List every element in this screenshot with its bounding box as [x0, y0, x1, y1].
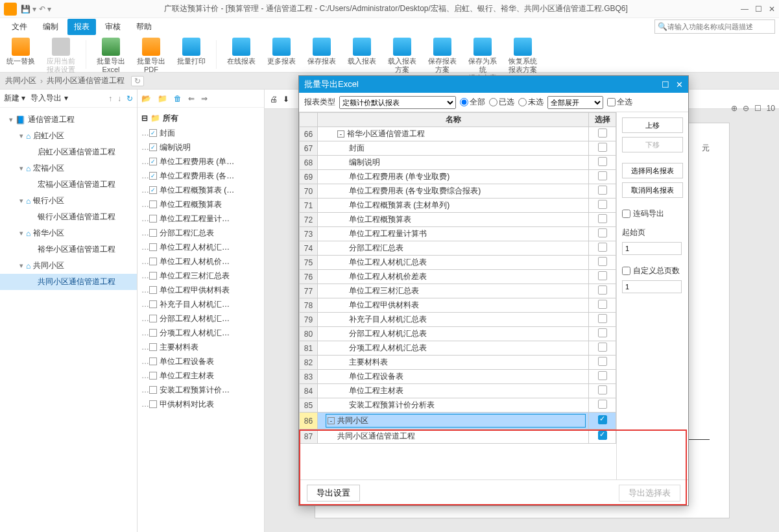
fit-icon[interactable]: ☐ — [754, 104, 761, 113]
toolbar-btn-7[interactable]: 保存报表 — [306, 38, 337, 66]
grid-row[interactable]: 66- 裕华小区通信管道工程 — [300, 127, 616, 141]
report-item[interactable]: …单位工程工程量计… — [138, 212, 264, 226]
tree-row[interactable]: 裕华小区通信管道工程 — [0, 241, 137, 258]
grid-row[interactable]: 72单位工程概预算表 — [300, 213, 616, 227]
report-item[interactable]: …单位工程甲供材料表 — [138, 283, 264, 297]
report-item[interactable]: …补充子目人材机汇… — [138, 297, 264, 311]
row-checkbox[interactable] — [598, 243, 607, 252]
menu-edit[interactable]: 编制 — [36, 19, 65, 35]
grid-row[interactable]: 78单位工程甲供材料表 — [300, 298, 616, 313]
more-left-icon[interactable]: ⇐ — [188, 94, 195, 103]
export-grid[interactable]: 名称 选择 66- 裕华小区通信管道工程67封面68编制说明69单位工程费用表 … — [299, 112, 617, 479]
move-down-button[interactable]: 下移 — [622, 137, 683, 152]
custom-total-checkbox[interactable]: 自定义总页数 — [622, 265, 683, 276]
row-checkbox[interactable] — [598, 385, 607, 394]
toolbar-btn-3[interactable]: 批量导出PDF — [136, 38, 167, 74]
print-icon[interactable]: 🖨 — [270, 95, 278, 104]
report-list-header[interactable]: ⊟📁所有 — [138, 110, 264, 126]
project-tree[interactable]: ▾📘通信管道工程▾⌂启虹小区启虹小区通信管道工程▾⌂宏福小区宏福小区通信管道工程… — [0, 108, 137, 532]
row-checkbox[interactable] — [598, 271, 607, 280]
toolbar-btn-6[interactable]: 更多报表 — [266, 38, 297, 66]
row-checkbox[interactable] — [598, 214, 607, 223]
menu-file[interactable]: 文件 — [5, 19, 34, 35]
chain-export-checkbox[interactable]: 连码导出 — [622, 208, 683, 219]
import-export-button[interactable]: 导入导出 ▾ — [30, 93, 67, 104]
quick-access-icons[interactable]: 💾 ▾ ↶ ▾ — [21, 5, 51, 14]
panel-down-icon[interactable]: ↓ — [117, 94, 121, 103]
row-checkbox[interactable] — [598, 171, 607, 180]
report-item[interactable]: …分项工程人材机汇… — [138, 326, 264, 340]
grid-row[interactable]: 71单位工程概预算表 (主材单列) — [300, 199, 616, 213]
grid-row[interactable]: 85安装工程预算计价分析表 — [300, 398, 616, 413]
report-item[interactable]: …单位工程设备表 — [138, 354, 264, 369]
report-item[interactable]: …✓编制说明 — [138, 140, 264, 154]
grid-row[interactable]: 82主要材料表 — [300, 356, 616, 370]
dialog-close-icon[interactable]: ✕ — [676, 80, 683, 90]
row-checkbox[interactable] — [598, 200, 607, 209]
grid-row[interactable]: 76单位工程人材机价差表 — [300, 270, 616, 284]
grid-row[interactable]: 67封面 — [300, 141, 616, 156]
export-icon[interactable]: ⬇ — [283, 95, 289, 104]
toolbar-btn-9[interactable]: 载入报表方案 — [387, 38, 418, 74]
radio-selected[interactable]: 已选 — [489, 97, 514, 108]
row-checkbox[interactable] — [598, 357, 607, 366]
report-item[interactable]: …单位工程人材机汇… — [138, 240, 264, 254]
unselect-same-button[interactable]: 取消同名报表 — [622, 182, 683, 198]
grid-row[interactable]: 77单位工程三材汇总表 — [300, 284, 616, 298]
zoom-out-icon[interactable]: ⊖ — [743, 104, 749, 113]
tree-row[interactable]: ▾⌂启虹小区 — [0, 128, 137, 144]
start-page-input[interactable] — [622, 242, 682, 255]
new-button[interactable]: 新建 ▾ — [4, 93, 25, 104]
tree-row[interactable]: ▾⌂宏福小区 — [0, 160, 137, 176]
folder-open-icon[interactable]: 📂 — [141, 94, 151, 103]
grid-row[interactable]: 69单位工程费用表 (单专业取费) — [300, 170, 616, 184]
move-up-button[interactable]: 上移 — [622, 117, 683, 133]
toolbar-btn-0[interactable]: 统一替换 — [5, 38, 36, 66]
report-item[interactable]: …单位工程概预算表 — [138, 197, 264, 212]
report-item[interactable]: …✓单位工程费用表 (各… — [138, 169, 264, 183]
dialog-max-icon[interactable]: ☐ — [662, 80, 669, 90]
panel-refresh-icon[interactable]: ↻ — [126, 94, 133, 103]
row-checkbox[interactable] — [598, 257, 607, 266]
grid-row[interactable]: 87共同小区通信管道工程 — [300, 429, 616, 444]
tree-row[interactable]: ▾⌂裕华小区 — [0, 225, 137, 241]
row-checkbox[interactable] — [598, 415, 607, 424]
grid-row[interactable]: 68编制说明 — [300, 156, 616, 170]
select-same-button[interactable]: 选择同名报表 — [622, 163, 683, 178]
report-item[interactable]: …安装工程预算计价… — [138, 383, 264, 397]
tree-row[interactable]: 共同小区通信管道工程 — [0, 274, 137, 290]
menu-review[interactable]: 审核 — [99, 19, 127, 35]
expand-select[interactable]: 全部展开 — [547, 96, 603, 109]
grid-row[interactable]: 80分部工程人材机汇总表 — [300, 327, 616, 341]
breadcrumb-leaf[interactable]: 共同小区通信管道工程 — [47, 75, 125, 86]
report-item[interactable]: …✓单位工程费用表 (单… — [138, 154, 264, 169]
tree-row[interactable]: 启虹小区通信管道工程 — [0, 144, 137, 160]
breadcrumb-root[interactable]: 共同小区 — [5, 75, 36, 86]
grid-row[interactable]: 70单位工程费用表 (各专业取费综合报表) — [300, 184, 616, 199]
row-checkbox[interactable] — [598, 431, 607, 440]
minimize-icon[interactable]: — — [741, 5, 749, 14]
row-checkbox[interactable] — [598, 371, 607, 380]
report-item[interactable]: …✓封面 — [138, 126, 264, 140]
row-checkbox[interactable] — [598, 186, 607, 195]
function-search[interactable]: 🔍 — [654, 19, 775, 34]
grid-row[interactable]: 83单位工程设备表 — [300, 370, 616, 384]
grid-row[interactable]: 84单位工程主材表 — [300, 384, 616, 398]
row-checkbox[interactable] — [598, 300, 607, 309]
tree-row[interactable]: 宏福小区通信管道工程 — [0, 176, 137, 193]
toolbar-btn-2[interactable]: 批量导出Excel — [95, 38, 126, 74]
report-item[interactable]: …单位工程三材汇总表 — [138, 269, 264, 283]
function-search-input[interactable] — [667, 23, 772, 30]
report-item[interactable]: …甲供材料对比表 — [138, 397, 264, 411]
report-item[interactable]: …主要材料表 — [138, 340, 264, 354]
row-checkbox[interactable] — [598, 143, 607, 152]
tree-row[interactable]: ▾⌂共同小区 — [0, 258, 137, 274]
grid-row[interactable]: 86- 共同小区 — [300, 413, 616, 429]
tree-row[interactable]: 银行小区通信管道工程 — [0, 209, 137, 225]
maximize-icon[interactable]: ☐ — [755, 5, 762, 14]
export-settings-button[interactable]: 导出设置 — [307, 485, 360, 502]
grid-row[interactable]: 75单位工程人材机汇总表 — [300, 256, 616, 270]
grid-row[interactable]: 81分项工程人材机汇总表 — [300, 341, 616, 356]
report-item[interactable]: …分部工程汇总表 — [138, 226, 264, 240]
radio-all[interactable]: 全部 — [460, 97, 485, 108]
